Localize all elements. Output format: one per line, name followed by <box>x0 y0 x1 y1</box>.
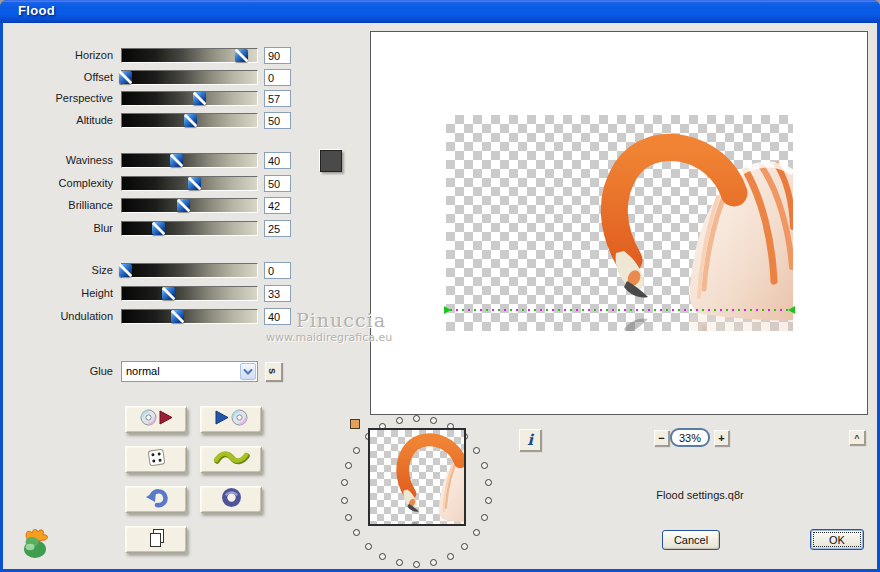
slider-value-complexity[interactable] <box>264 175 291 192</box>
slider-thumb-horizon[interactable] <box>235 49 248 62</box>
slider-label-perspective: Perspective <box>0 92 117 104</box>
ring-icon <box>221 487 242 512</box>
watermark-name: Pinuccia <box>296 309 386 331</box>
slider-label-blur: Blur <box>0 222 117 234</box>
memory-dot[interactable] <box>413 415 420 422</box>
caret-up-icon: ^ <box>854 433 859 443</box>
slider-thumb-waviness[interactable] <box>170 154 183 167</box>
memory-dot[interactable] <box>447 553 454 560</box>
slider-track-height[interactable] <box>121 286 258 301</box>
slider-value-undulation[interactable] <box>264 308 291 325</box>
memory-dot[interactable] <box>485 497 492 504</box>
zoom-in-button[interactable]: + <box>714 430 729 446</box>
slider-thumb-blur[interactable] <box>152 222 165 235</box>
copy-button[interactable] <box>125 526 187 553</box>
titlebar[interactable]: Flood <box>0 0 880 23</box>
flaming-pear-logo <box>19 527 53 559</box>
red-play-icon <box>159 410 173 429</box>
memory-dot[interactable] <box>430 559 437 566</box>
wave-button[interactable] <box>200 446 262 473</box>
flamingo-thumbnail-image <box>370 430 464 524</box>
slider-value-horizon[interactable] <box>264 47 291 64</box>
slider-value-blur[interactable] <box>264 220 291 237</box>
horizon-line[interactable] <box>444 306 795 314</box>
memory-dot[interactable] <box>365 543 372 550</box>
memory-dot[interactable] <box>473 529 480 536</box>
slider-thumb-brilliance[interactable] <box>177 199 190 212</box>
slider-thumb-height[interactable] <box>162 287 175 300</box>
zoom-level[interactable]: 33% <box>670 428 710 447</box>
ring-button[interactable] <box>200 486 262 513</box>
memory-dot[interactable] <box>430 417 437 424</box>
load-preset-button[interactable] <box>200 406 262 433</box>
slider-track-brilliance[interactable] <box>121 198 258 213</box>
preview-panel <box>370 31 868 415</box>
memory-dot[interactable] <box>341 479 348 486</box>
slider-thumb-size[interactable] <box>119 264 132 277</box>
memory-dot[interactable] <box>485 479 492 486</box>
memory-dot[interactable] <box>473 447 480 454</box>
slider-value-perspective[interactable] <box>264 90 291 107</box>
memory-dot[interactable] <box>396 559 403 566</box>
memory-dot[interactable] <box>396 417 403 424</box>
cd-disc-icon <box>140 409 157 430</box>
memory-dot[interactable] <box>461 543 468 550</box>
memory-dot-saved[interactable] <box>350 419 360 429</box>
save-preset-button[interactable] <box>125 406 187 433</box>
randomize-button[interactable] <box>125 446 187 473</box>
copy-icon <box>147 527 166 552</box>
cancel-button[interactable]: Cancel <box>662 530 720 550</box>
memory-dot[interactable] <box>413 561 420 568</box>
memory-dot[interactable] <box>481 462 488 469</box>
info-icon: i <box>527 431 533 449</box>
glue-label: Glue <box>0 365 117 377</box>
slider-track-blur[interactable] <box>121 221 258 236</box>
zoom-out-button[interactable]: − <box>654 430 669 446</box>
plus-icon: + <box>718 432 724 444</box>
slider-label-horizon: Horizon <box>0 49 117 61</box>
slider-value-size[interactable] <box>264 262 291 279</box>
slider-value-waviness[interactable] <box>264 152 291 169</box>
slider-track-size[interactable] <box>121 263 258 278</box>
memory-dot[interactable] <box>345 462 352 469</box>
undo-button[interactable] <box>125 486 187 513</box>
slider-track-altitude[interactable] <box>121 113 258 128</box>
preview-thumbnail[interactable] <box>368 428 466 526</box>
memory-dot[interactable] <box>345 514 352 521</box>
memory-dot[interactable] <box>341 497 348 504</box>
slider-thumb-perspective[interactable] <box>193 92 206 105</box>
color-swatch[interactable] <box>320 150 342 172</box>
ok-button[interactable]: OK <box>810 529 864 550</box>
slider-thumb-undulation[interactable] <box>171 310 184 323</box>
slider-value-brilliance[interactable] <box>264 197 291 214</box>
slider-value-offset[interactable] <box>264 69 291 86</box>
wave-icon <box>213 449 250 470</box>
flamingo-image <box>446 115 793 331</box>
slider-thumb-offset[interactable] <box>119 71 132 84</box>
slider-track-undulation[interactable] <box>121 309 258 324</box>
slider-label-size: Size <box>0 264 117 276</box>
horizon-line-dots <box>450 309 789 311</box>
memory-dot[interactable] <box>353 447 360 454</box>
info-button[interactable]: i <box>519 429 541 451</box>
memory-dot[interactable] <box>481 514 488 521</box>
slider-value-height[interactable] <box>264 285 291 302</box>
collapse-button[interactable]: ^ <box>849 430 865 445</box>
slider-thumb-complexity[interactable] <box>188 177 201 190</box>
slider-thumb-altitude[interactable] <box>184 114 197 127</box>
slider-track-perspective[interactable] <box>121 91 258 106</box>
preview-image[interactable] <box>446 115 793 331</box>
memory-dot[interactable] <box>379 553 386 560</box>
slider-track-offset[interactable] <box>121 70 258 85</box>
slider-value-altitude[interactable] <box>264 112 291 129</box>
slider-track-complexity[interactable] <box>121 176 258 191</box>
glue-style-button[interactable]: s <box>265 362 282 381</box>
slider-label-altitude: Altitude <box>0 114 117 126</box>
slider-track-waviness[interactable] <box>121 153 258 168</box>
memory-dot[interactable] <box>353 529 360 536</box>
slider-label-waviness: Waviness <box>0 154 117 166</box>
chevron-down-icon[interactable] <box>240 363 256 380</box>
glue-select[interactable]: normal <box>121 361 258 382</box>
settings-filename: Flood settings.q8r <box>600 489 800 501</box>
slider-track-horizon[interactable] <box>121 48 258 63</box>
